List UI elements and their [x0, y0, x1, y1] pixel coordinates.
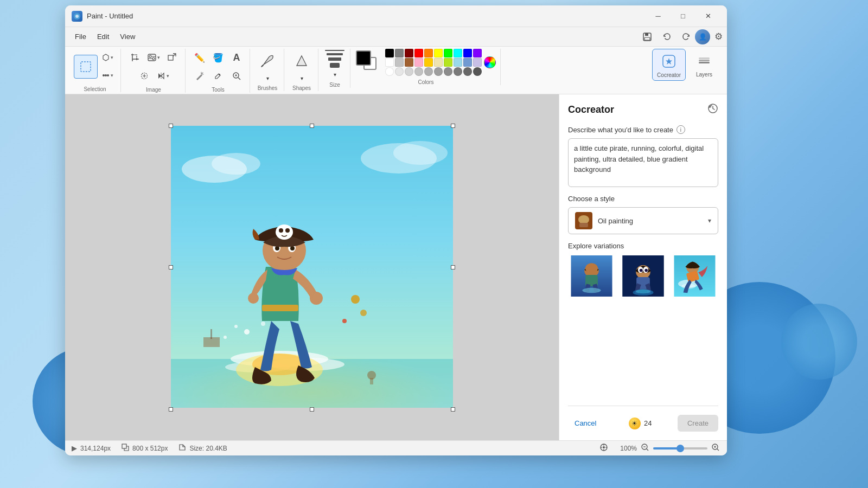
color-g7[interactable]: [454, 67, 462, 76]
history-button[interactable]: [707, 103, 718, 117]
color-gray[interactable]: [395, 49, 404, 57]
flip-button[interactable]: ▾: [154, 67, 171, 85]
color-g3[interactable]: [414, 67, 423, 76]
resize-button[interactable]: [163, 49, 181, 66]
shape-main-button[interactable]: [290, 49, 314, 73]
color-yellow[interactable]: [434, 49, 443, 57]
size-dropdown-button[interactable]: ▾: [324, 70, 346, 79]
color-g1[interactable]: [395, 67, 404, 76]
style-dropdown[interactable]: Oil painting ▾: [568, 207, 718, 234]
selection-shape-button[interactable]: ▾: [99, 49, 116, 66]
menu-view[interactable]: View: [114, 30, 141, 43]
handle-bottom-left[interactable]: [169, 407, 173, 412]
color-steelblue[interactable]: [463, 58, 472, 67]
svg-rect-60: [370, 378, 373, 384]
brush-dropdown-button[interactable]: ▾: [256, 73, 279, 83]
color-lime[interactable]: [444, 58, 452, 67]
magic-wand-button[interactable]: [191, 67, 208, 85]
variation-2[interactable]: [620, 254, 667, 298]
adjust-button[interactable]: ▾: [145, 49, 162, 66]
color-pink[interactable]: [414, 58, 423, 67]
menu-right: 👤 ⚙: [695, 29, 723, 44]
svg-point-54: [351, 295, 360, 304]
user-avatar[interactable]: 👤: [695, 29, 710, 44]
color-brown[interactable]: [405, 58, 413, 67]
dimensions-value: 800 x 512px: [132, 445, 168, 452]
grid-toggle[interactable]: [598, 443, 609, 453]
style-thumbnail: [575, 212, 592, 229]
minimize-button[interactable]: ─: [646, 8, 671, 25]
svg-point-39: [224, 336, 227, 339]
redo-button[interactable]: [678, 29, 695, 44]
color-lightblue[interactable]: [454, 58, 462, 67]
foreground-color[interactable]: [356, 50, 371, 66]
svg-point-6: [103, 74, 105, 76]
color-row-2: [385, 58, 482, 67]
color-w1[interactable]: [385, 67, 394, 76]
undo-button[interactable]: [658, 29, 675, 44]
color-g9[interactable]: [473, 67, 482, 76]
color-cream[interactable]: [434, 58, 443, 67]
prompt-textarea[interactable]: a little cute pirate, running, colorful,…: [568, 138, 718, 187]
color-white[interactable]: [385, 58, 394, 67]
color-g2[interactable]: [405, 67, 413, 76]
selection-options-button[interactable]: ▾: [99, 67, 116, 84]
variation-3[interactable]: [671, 254, 718, 298]
zoom-out-button[interactable]: [640, 444, 650, 453]
color-g5[interactable]: [434, 67, 443, 76]
settings-button[interactable]: ⚙: [714, 31, 723, 42]
color-g4[interactable]: [424, 67, 433, 76]
cocreator-ribbon-button[interactable]: Cocreator: [652, 49, 686, 81]
cancel-button[interactable]: Cancel: [568, 416, 603, 431]
layers-icon: [694, 51, 714, 70]
color-lavender[interactable]: [473, 58, 482, 67]
fill-button[interactable]: 🪣: [209, 49, 227, 66]
pirate-canvas[interactable]: [171, 126, 453, 408]
pencil-button[interactable]: ✏️: [191, 49, 208, 66]
svg-rect-58: [210, 329, 212, 339]
selection-tool-button[interactable]: [74, 55, 98, 79]
crop-button[interactable]: [126, 49, 144, 66]
color-black[interactable]: [385, 49, 394, 57]
menu-quick-actions: [639, 29, 695, 44]
variations-grid: [568, 254, 718, 298]
color-g8[interactable]: [463, 67, 472, 76]
title-bar: Paint - Untitled ─ □ ✕: [65, 5, 727, 27]
close-button[interactable]: ✕: [695, 8, 720, 25]
color-purple[interactable]: [473, 49, 482, 57]
brushes-label: Brushes: [258, 85, 278, 91]
color-green[interactable]: [444, 49, 452, 57]
svg-point-28: [212, 153, 260, 175]
zoom-tool-button[interactable]: [228, 67, 245, 85]
canvas-area[interactable]: [65, 94, 559, 440]
create-button[interactable]: Create: [678, 415, 718, 432]
save-button[interactable]: [639, 29, 656, 44]
zoom-in-button[interactable]: [711, 444, 720, 453]
color-red[interactable]: [414, 49, 423, 57]
color-g6[interactable]: [444, 67, 452, 76]
text-button[interactable]: A: [228, 49, 245, 66]
color-blue[interactable]: [463, 49, 472, 57]
magic-select-button[interactable]: [136, 67, 153, 85]
brush-main-button[interactable]: [256, 49, 279, 73]
color-darkred[interactable]: [405, 49, 413, 57]
size-label: Size: [329, 82, 340, 88]
color-orange[interactable]: [424, 49, 433, 57]
color-lightgray[interactable]: [395, 58, 404, 67]
color-gold[interactable]: [424, 58, 433, 67]
shape-dropdown-button[interactable]: ▾: [290, 73, 314, 83]
color-cyan[interactable]: [454, 49, 462, 57]
color-picker-button[interactable]: [209, 67, 227, 85]
rainbow-color-picker[interactable]: [484, 56, 496, 68]
maximize-button[interactable]: □: [671, 8, 695, 25]
handle-bottom-center[interactable]: [310, 407, 314, 412]
variation-1[interactable]: [568, 254, 615, 298]
menu-file[interactable]: File: [69, 30, 92, 43]
zoom-percentage: 100%: [620, 445, 637, 452]
menu-edit[interactable]: Edit: [92, 30, 114, 43]
handle-bottom-right[interactable]: [451, 407, 455, 412]
svg-point-79: [636, 290, 650, 294]
layers-ribbon-button[interactable]: Layers: [690, 49, 718, 81]
zoom-slider[interactable]: [653, 447, 707, 450]
prompt-info-icon[interactable]: i: [676, 125, 685, 134]
